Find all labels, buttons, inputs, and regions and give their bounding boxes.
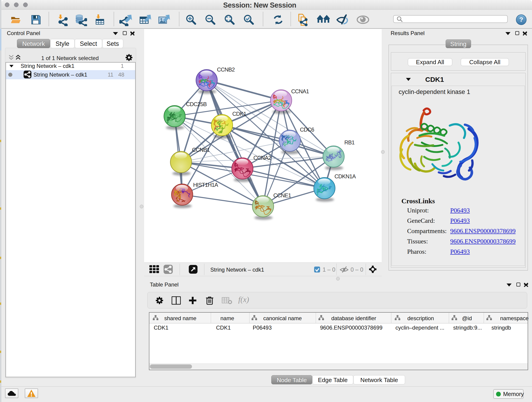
svg-text:CDKN1A: CDKN1A — [335, 173, 356, 179]
svg-text:HIST1H1A: HIST1H1A — [193, 182, 218, 188]
svg-text:CCNA1: CCNA1 — [291, 88, 309, 95]
svg-text:?: ? — [519, 16, 523, 23]
svg-text:RB1: RB1 — [344, 139, 355, 146]
svg-text:CCNB1: CCNB1 — [192, 147, 210, 153]
svg-text:CDC25B: CDC25B — [186, 101, 207, 107]
svg-text:CCNB2: CCNB2 — [217, 66, 235, 73]
svg-text:CDC6: CDC6 — [300, 127, 314, 133]
svg-text:CDK1: CDK1 — [232, 111, 246, 117]
svg-text:CCNA2: CCNA2 — [253, 155, 271, 161]
svg-text:CCNE1: CCNE1 — [273, 192, 291, 198]
